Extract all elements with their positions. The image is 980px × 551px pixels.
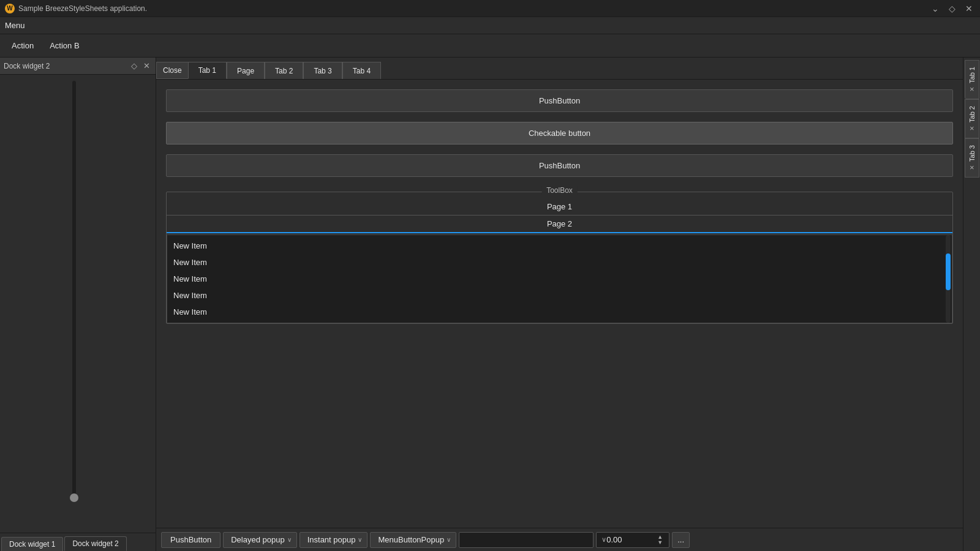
instant-popup-button[interactable]: Instant popup ∨ [300,532,368,548]
push-button-1[interactable]: PushButton [166,89,953,112]
spinner-down-button[interactable]: ▼ [656,540,664,545]
delayed-popup-chevron-icon: ∨ [287,536,292,543]
title-minimize-button[interactable]: ⌄ [929,2,941,15]
bottom-dock-tabs: Dock widget 1 Dock widget 2 [0,533,156,551]
toolbox-active-divider [167,232,952,233]
main-area: Dock widget 2 ◇ ✕ Dock widget 1 Dock wid… [0,58,980,551]
right-tab-2-label: Tab 2 [968,106,976,122]
spinner-value: 0.00 [606,535,656,544]
spinner-down-icon: ∨ [601,536,606,544]
main-tab-page[interactable]: Page [227,62,265,79]
left-dock: Dock widget 2 ◇ ✕ Dock widget 1 Dock wid… [0,58,156,551]
title-diamond-button[interactable]: ◇ [946,2,958,15]
dock-tab-1[interactable]: Dock widget 1 [1,537,63,551]
main-tab-3[interactable]: Tab 3 [303,62,342,79]
title-bar-left: W Sample BreezeStyleSheets application. [5,4,147,13]
toolbox-page-1[interactable]: Page 1 [167,200,952,214]
title-bar: W Sample BreezeStyleSheets application. … [0,0,980,17]
menu-button-popup-label: MenuButtonPopup [378,535,444,544]
dock-diamond-button[interactable]: ◇ [129,61,139,71]
push-button-2[interactable]: PushButton [166,154,953,177]
spinner-arrows: ▲ ▼ [656,534,664,545]
dock-tab-2[interactable]: Dock widget 2 [64,536,126,551]
right-tab-1-label: Tab 1 [968,67,976,83]
bottom-spinner: ∨ 0.00 ▲ ▼ [596,532,669,548]
title-close-button[interactable]: ✕ [963,2,975,15]
bottom-bar: PushButton Delayed popup ∨ Instant popup… [156,528,963,551]
right-tab-3[interactable]: ✕ Tab 3 [965,138,979,178]
checkable-button[interactable]: Checkable button [166,122,953,144]
toolbox-legend: ToolBox [541,186,578,195]
list-item[interactable]: New Item [167,287,952,304]
menu-button-popup-button[interactable]: MenuButtonPopup ∨ [370,532,456,548]
title-bar-controls: ⌄ ◇ ✕ [929,2,975,15]
app-icon: W [5,4,15,13]
toolbox-content: Page 1 Page 2 New Item New Item New Item… [167,192,952,323]
bottom-more-button[interactable]: ... [672,532,690,548]
bottom-text-input[interactable] [459,532,594,548]
toolbar-action-button[interactable]: Action [5,38,40,53]
main-panel: PushButton Checkable button PushButton T… [156,80,963,528]
dock-close-button[interactable]: ✕ [141,61,152,71]
right-tab-1[interactable]: ✕ Tab 1 [965,60,979,99]
right-tab-3-close-icon[interactable]: ✕ [968,164,975,171]
dock-widget-2-content [0,75,156,533]
bottom-push-button[interactable]: PushButton [161,532,221,548]
delayed-popup-button[interactable]: Delayed popup ∨ [223,532,296,548]
dock-widget-2-title: Dock widget 2 [4,62,50,70]
toolbox-page-2[interactable]: Page 2 [167,217,952,231]
toolbox-divider-1 [167,215,952,216]
list-item[interactable]: New Item [167,304,952,320]
left-slider-thumb[interactable] [70,493,78,502]
delayed-popup-label: Delayed popup [231,535,284,544]
dock-widget-2-header: Dock widget 2 ◇ ✕ [0,58,156,75]
menu-bar: Menu [0,17,980,34]
left-slider-track[interactable] [72,81,76,502]
instant-popup-chevron-icon: ∨ [358,536,362,543]
list-item[interactable]: New Item [167,271,952,287]
instant-popup-label: Instant popup [307,535,356,544]
list-scrollbar-thumb[interactable] [946,253,951,290]
list-item[interactable]: New Item [167,238,952,254]
close-tab-button[interactable]: Close [156,62,188,79]
title-text: Sample BreezeStyleSheets application. [18,4,147,13]
toolbar-action-b-button[interactable]: Action B [43,38,86,53]
menu-button-popup-chevron-icon: ∨ [447,536,451,543]
main-tab-bar: Close Tab 1 Page Tab 2 Tab 3 Tab 4 [156,58,963,80]
menu-label[interactable]: Menu [5,21,25,30]
dock-widget-2-controls: ◇ ✕ [129,61,152,71]
main-tab-2[interactable]: Tab 2 [265,62,303,79]
right-tab-2[interactable]: ✕ Tab 2 [965,99,979,138]
list-item[interactable]: New Item [167,254,952,271]
right-tab-3-label: Tab 3 [968,145,976,162]
right-tabs: ✕ Tab 1 ✕ Tab 2 ✕ Tab 3 [963,58,980,551]
main-tab-4[interactable]: Tab 4 [342,62,381,79]
toolbox-group: ToolBox Page 1 Page 2 New Item New Item … [166,192,953,324]
main-tab-1[interactable]: Tab 1 [188,62,227,79]
right-tab-2-close-icon[interactable]: ✕ [968,125,975,132]
center-content: Close Tab 1 Page Tab 2 Tab 3 Tab 4 PushB… [156,58,963,551]
right-tab-1-close-icon[interactable]: ✕ [968,86,975,92]
toolbar: Action Action B [0,34,980,58]
list-widget: New Item New Item New Item New Item New … [167,234,952,323]
list-scrollbar[interactable] [946,235,951,323]
